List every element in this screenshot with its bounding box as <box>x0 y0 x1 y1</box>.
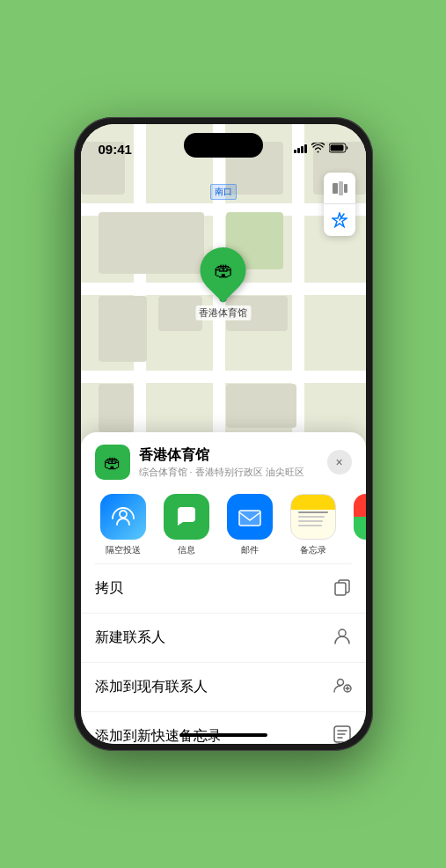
share-row: 隔空投送 信息 <box>81 487 366 563</box>
svg-rect-3 <box>339 181 343 195</box>
pin-label: 香港体育馆 <box>195 305 251 320</box>
share-more[interactable]: 提 <box>345 494 366 556</box>
airdrop-icon <box>100 494 146 540</box>
signal-icon <box>294 144 307 153</box>
svg-rect-10 <box>354 517 366 540</box>
svg-rect-8 <box>354 494 366 517</box>
new-contact-label: 新建联系人 <box>95 629 165 647</box>
share-airdrop[interactable]: 隔空投送 <box>91 494 155 556</box>
venue-name: 香港体育馆 <box>139 446 318 465</box>
airdrop-label: 隔空投送 <box>106 544 141 556</box>
svg-point-15 <box>337 680 343 686</box>
svg-point-14 <box>339 629 346 636</box>
map-controls <box>324 173 355 236</box>
svg-rect-6 <box>239 511 260 526</box>
svg-rect-2 <box>333 183 338 194</box>
add-existing-icon <box>333 675 352 699</box>
map-area: 南口 <box>81 124 366 441</box>
close-button[interactable]: × <box>327 450 352 474</box>
phone-frame: 09:41 <box>74 117 373 751</box>
battery-icon <box>329 143 348 156</box>
location-pin: 🏟 香港体育馆 <box>195 247 251 320</box>
action-add-existing-contact[interactable]: 添加到现有联系人 <box>81 663 366 712</box>
phone-screen: 09:41 <box>81 124 366 744</box>
bottom-sheet: 🏟 香港体育馆 综合体育馆 · 香港特别行政区 油尖旺区 × <box>81 432 366 744</box>
share-mail[interactable]: 邮件 <box>218 494 281 556</box>
add-existing-label: 添加到现有联系人 <box>95 678 208 696</box>
map-label-nankou: 南口 <box>210 184 237 200</box>
action-copy[interactable]: 拷贝 <box>81 564 366 614</box>
share-messages[interactable]: 信息 <box>155 494 218 556</box>
dynamic-island <box>184 133 263 158</box>
svg-rect-13 <box>335 583 346 595</box>
action-quick-note[interactable]: 添加到新快速备忘录 <box>81 712 366 744</box>
location-button[interactable] <box>324 204 355 236</box>
map-type-button[interactable] <box>324 173 355 204</box>
venue-icon: 🏟 <box>95 445 130 480</box>
more-icon <box>354 494 366 540</box>
new-contact-icon <box>333 626 352 650</box>
notes-label: 备忘录 <box>300 544 326 556</box>
svg-point-5 <box>120 511 127 518</box>
notes-icon <box>290 494 336 540</box>
sheet-header: 🏟 香港体育馆 综合体育馆 · 香港特别行政区 油尖旺区 × <box>81 432 366 487</box>
mail-icon <box>227 494 273 540</box>
copy-label: 拷贝 <box>95 579 123 598</box>
copy-icon <box>333 577 352 600</box>
messages-label: 信息 <box>178 544 195 556</box>
status-time: 09:41 <box>99 142 132 157</box>
mail-label: 邮件 <box>241 544 259 556</box>
share-notes[interactable]: 备忘录 <box>281 494 345 556</box>
svg-rect-4 <box>344 184 347 193</box>
messages-icon <box>164 494 209 540</box>
home-indicator <box>179 733 267 737</box>
status-icons <box>294 143 348 156</box>
wifi-icon <box>311 143 325 156</box>
svg-rect-1 <box>330 144 343 151</box>
venue-info: 香港体育馆 综合体育馆 · 香港特别行政区 油尖旺区 <box>139 446 318 479</box>
action-new-contact[interactable]: 新建联系人 <box>81 614 366 663</box>
venue-subtitle: 综合体育馆 · 香港特别行政区 油尖旺区 <box>139 466 318 479</box>
quick-note-icon <box>333 725 352 744</box>
